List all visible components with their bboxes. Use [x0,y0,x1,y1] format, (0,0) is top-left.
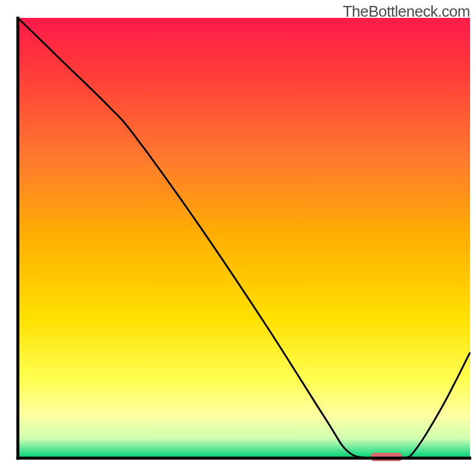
watermark-text: TheBottleneck.com [343,2,470,21]
chart-canvas [0,0,476,476]
bottleneck-chart: TheBottleneck.com [0,0,476,476]
